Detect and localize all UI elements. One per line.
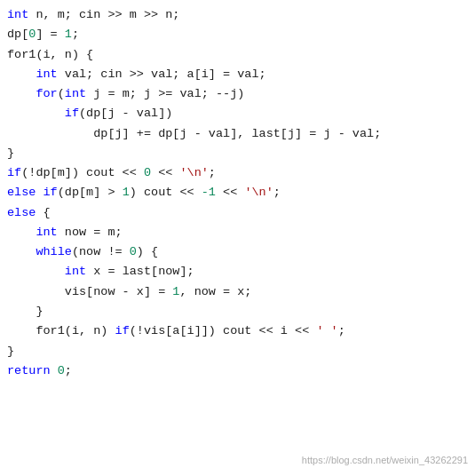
code-line-7: dp[j] += dp[j - val], last[j] = j - val; <box>7 124 468 144</box>
code-line-11: else { <box>7 203 468 223</box>
code-line-13: while(now != 0) { <box>7 242 468 262</box>
watermark: https://blog.csdn.net/weixin_43262291 <box>302 453 468 469</box>
code-line-19: return 0; <box>7 361 468 381</box>
code-line-18: } <box>7 342 468 361</box>
code-line-5: for(int j = m; j >= val; --j) <box>7 84 468 104</box>
code-line-9: if(!dp[m]) cout << 0 << '\n'; <box>7 163 468 183</box>
code-line-1: int n, m; cin >> m >> n; <box>7 5 468 25</box>
code-line-16: } <box>7 302 468 321</box>
code-line-14: int x = last[now]; <box>7 262 468 282</box>
code-block: int n, m; cin >> m >> n; dp[0] = 1; for1… <box>0 0 475 476</box>
code-line-12: int now = m; <box>7 223 468 242</box>
code-line-17: for1(i, n) if(!vis[a[i]]) cout << i << '… <box>7 321 468 341</box>
code-line-2: dp[0] = 1; <box>7 25 468 44</box>
code-line-15: vis[now - x] = 1, now = x; <box>7 282 468 302</box>
code-line-6: if(dp[j - val]) <box>7 104 468 123</box>
code-line-4: int val; cin >> val; a[i] = val; <box>7 65 468 84</box>
code-line-3: for1(i, n) { <box>7 45 468 65</box>
code-line-8: } <box>7 144 468 163</box>
code-line-10: else if(dp[m] > 1) cout << -1 << '\n'; <box>7 183 468 202</box>
